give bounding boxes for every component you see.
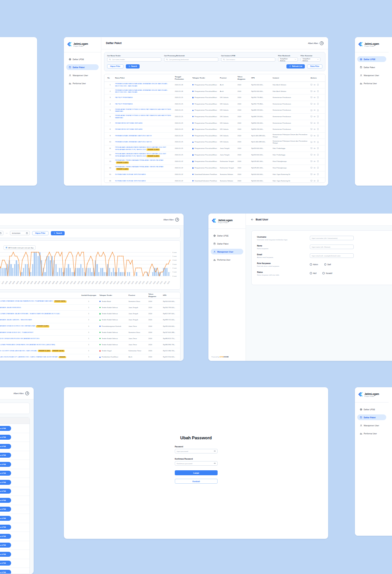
comment-icon[interactable] bbox=[311, 154, 312, 156]
date-from-input[interactable]: 01/07/2024 bbox=[0, 231, 3, 235]
comment-icon[interactable] bbox=[311, 109, 312, 111]
search-button[interactable]: Search bbox=[51, 231, 65, 235]
comment-icon[interactable] bbox=[311, 147, 312, 149]
paket-name-link[interactable]: PEMBANGUNAN BOX CULVERT DESA LANGGAI KEC… bbox=[0, 350, 78, 352]
eye-icon[interactable] bbox=[314, 109, 316, 111]
bookmark-icon[interactable] bbox=[317, 167, 319, 169]
comment-icon[interactable] bbox=[311, 128, 312, 130]
bookmark-icon[interactable] bbox=[317, 116, 319, 117]
bookmark-icon[interactable] bbox=[317, 109, 319, 111]
radio-admin[interactable]: Admin bbox=[310, 263, 318, 266]
buka-lpse-button[interactable]: Buka LPSE bbox=[0, 561, 11, 566]
comment-icon[interactable] bbox=[311, 122, 312, 124]
comment-icon[interactable] bbox=[311, 84, 312, 86]
bookmark-icon[interactable] bbox=[317, 128, 319, 130]
paket-name-link[interactable]: PEMBANGUNAN SALURAN DRAINASE DESA KACINA… bbox=[0, 300, 78, 302]
sidebar-item-daftar-paket[interactable]: Daftar Paket bbox=[357, 414, 386, 420]
bookmark-icon[interactable] bbox=[317, 180, 319, 182]
paket-name-link[interactable]: PEMBANGUNAN DRAINASE JALAN CANDEN - TANJ… bbox=[0, 319, 78, 321]
refresh-list-button[interactable]: Refresh List bbox=[286, 64, 305, 68]
sidebar-item-daftar-lpse[interactable]: Daftar LPSE bbox=[211, 233, 243, 238]
search-instansi-field[interactable] bbox=[226, 59, 274, 60]
eye-icon[interactable] bbox=[314, 84, 316, 86]
eye-icon[interactable] bbox=[214, 462, 216, 465]
paket-name-link[interactable]: PEMBANGUNAN SALURAN PEMBUANG DESA PAKEL … bbox=[0, 344, 78, 346]
buka-lpse-button[interactable]: Buka LPSE bbox=[0, 471, 11, 476]
search-pemenang-input[interactable] bbox=[164, 57, 218, 62]
eye-icon[interactable] bbox=[314, 173, 316, 176]
eye-icon[interactable] bbox=[314, 167, 316, 169]
username-field[interactable] bbox=[310, 236, 354, 240]
paket-name-link[interactable]: PA PSDP PENERBANG bbox=[115, 96, 172, 99]
buka-lpse-button[interactable]: Buka LPSE bbox=[0, 489, 11, 494]
sidebar-item-performa-user[interactable]: Performa User bbox=[357, 80, 386, 86]
buka-lpse-button[interactable]: Buka LPSE bbox=[0, 498, 11, 503]
sidebar-item-performa-user[interactable]: Performa User bbox=[211, 257, 243, 263]
avatar[interactable] bbox=[320, 41, 324, 45]
comment-icon[interactable] bbox=[311, 135, 312, 137]
password-field[interactable] bbox=[175, 449, 218, 453]
buka-filter-button[interactable]: Buka Filter bbox=[307, 64, 322, 68]
paket-name-link[interactable]: PEMBANGUNAN JEMBATAN GANTUNG GAYOK bbox=[115, 141, 172, 143]
eye-icon[interactable] bbox=[214, 450, 216, 452]
buka-lpse-button[interactable]: Buka LPSE bbox=[0, 543, 11, 548]
paket-name-link[interactable]: PEMBANGUNAN WADUK DESA SUMURGUNG KECAMAT… bbox=[0, 338, 78, 340]
hapus-filter-button[interactable]: Hapus Filter bbox=[107, 64, 124, 68]
user-menu[interactable]: Albert Allen bbox=[308, 41, 324, 45]
email-input[interactable] bbox=[312, 255, 352, 257]
bookmark-icon[interactable] bbox=[317, 147, 319, 149]
buka-lpse-button[interactable]: Buka LPSE bbox=[0, 534, 11, 539]
search-pemenang-field[interactable] bbox=[169, 59, 217, 60]
radio-staff[interactable]: Staff bbox=[324, 263, 331, 266]
buka-lpse-button[interactable]: Buka LPSE bbox=[0, 453, 11, 458]
search-instansi-input[interactable] bbox=[221, 57, 275, 62]
paket-name-link[interactable]: REHAB MESS SETUMAD BERLAND bbox=[115, 128, 172, 130]
paket-name-link[interactable]: PEMBANGUNAN DRAINASE DESA BOGOREJO KEC.M… bbox=[0, 325, 78, 327]
buka-lpse-button[interactable]: Buka LPSE bbox=[0, 552, 11, 557]
sidebar-item-manajemen-user[interactable]: Manajemen User bbox=[357, 422, 386, 428]
eye-icon[interactable] bbox=[314, 160, 316, 163]
email-field[interactable] bbox=[310, 253, 354, 258]
sidebar-item-manajemen-user[interactable]: Manajemen User bbox=[66, 72, 99, 78]
date-to-input[interactable]: 31/10/2024 bbox=[10, 231, 30, 235]
paket-name-link[interactable]: PERBAIKAN / PEMELIHARAAN PERALATAN / MES… bbox=[115, 166, 172, 170]
bookmark-icon[interactable] bbox=[317, 154, 319, 156]
bookmark-icon[interactable] bbox=[317, 103, 319, 105]
comment-icon[interactable] bbox=[311, 167, 312, 169]
bookmark-icon[interactable] bbox=[317, 84, 319, 86]
sidebar-item-daftar-paket[interactable]: Daftar Paket bbox=[357, 64, 386, 70]
buka-lpse-button[interactable]: Buka LPSE bbox=[0, 507, 11, 512]
eye-icon[interactable] bbox=[314, 122, 316, 124]
user-menu[interactable]: Albert Allen bbox=[13, 391, 29, 395]
paket-name-link[interactable]: PA PSDP PENERBANG bbox=[115, 103, 172, 105]
sidebar-item-daftar-lpse[interactable]: Daftar LPSE bbox=[357, 56, 386, 62]
kembali-button[interactable]: Kembali bbox=[175, 479, 218, 484]
eye-icon[interactable] bbox=[314, 147, 316, 150]
name-field[interactable] bbox=[310, 245, 354, 249]
paket-name-link[interactable]: PERBAIKAN / PEMELIHARAAN PERALATAN / MES… bbox=[115, 159, 172, 164]
bookmark-icon[interactable] bbox=[317, 160, 319, 162]
paket-name-link[interactable]: PEMBANGUNAN SALURAN DRAINASE JALAN KIRIN… bbox=[0, 313, 78, 315]
eye-icon[interactable] bbox=[314, 135, 316, 137]
confirm-password-input[interactable] bbox=[177, 463, 213, 465]
sidebar-item-daftar-paket[interactable]: Daftar Paket bbox=[211, 241, 243, 246]
paket-name-link[interactable]: PEMBANGUNAN DRAINASE DESA SUSUK KEC. TIG… bbox=[0, 331, 78, 334]
filter-komentar-select[interactable]: Tampilkan: Semua bbox=[301, 57, 320, 62]
sidebar-item-manajemen-user[interactable]: Manajemen User bbox=[357, 72, 386, 78]
paket-name-link[interactable]: PEMBUATAN TEMPAT FITNES DI MESS PATI WAH… bbox=[115, 114, 172, 119]
comment-icon[interactable] bbox=[311, 141, 312, 143]
paket-name-link[interactable]: NORMALISASI SUNGAI GERONGGANG bbox=[115, 180, 172, 182]
eye-icon[interactable] bbox=[314, 116, 316, 118]
eye-icon[interactable] bbox=[314, 141, 316, 143]
buka-lpse-button[interactable]: Buka LPSE bbox=[0, 444, 11, 449]
buka-lpse-button[interactable]: Buka LPSE bbox=[0, 426, 11, 431]
paket-name-link[interactable]: PENGADAAN JASA ASURANSI BARANG MILIK DAE… bbox=[115, 153, 172, 157]
sidebar-item-performa-user[interactable]: Performa User bbox=[66, 80, 99, 86]
paket-name-link[interactable]: PEMBUATAN TEMPAT FITNES DI MESS PATI WAH… bbox=[115, 108, 172, 113]
sidebar-item-daftar-lpse[interactable]: Daftar LPSE bbox=[66, 56, 99, 62]
eye-icon[interactable] bbox=[314, 96, 316, 99]
bookmark-icon[interactable] bbox=[317, 90, 319, 92]
username-input[interactable] bbox=[312, 237, 352, 239]
paket-name-link[interactable]: PEMBANGUNAN JEMBATAN GANTUNG GAYOK bbox=[115, 135, 172, 137]
comment-icon[interactable] bbox=[311, 103, 312, 105]
